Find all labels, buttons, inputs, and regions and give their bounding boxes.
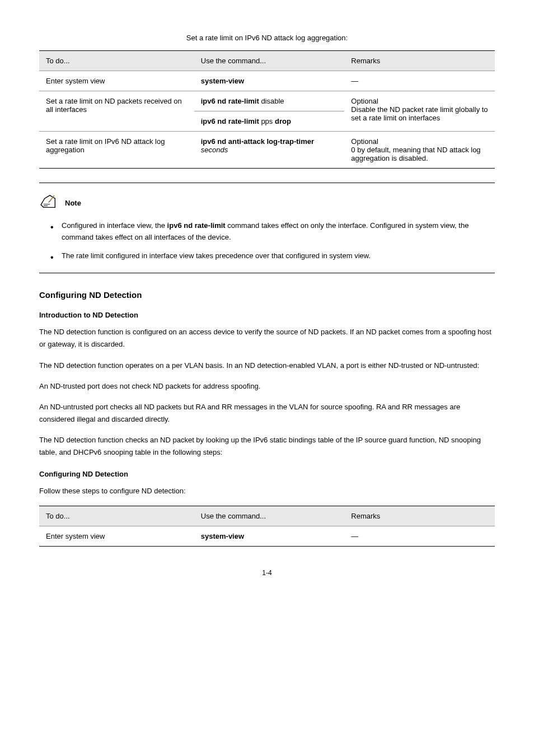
- body-text: An ND-trusted port does not check ND pac…: [39, 380, 495, 393]
- table-row: Set a rate limit on ND packets received …: [39, 91, 495, 111]
- body-text: The ND detection function operates on a …: [39, 360, 495, 372]
- cell: —: [344, 526, 495, 547]
- list-item: Configured in interface view, the ipv6 n…: [50, 220, 495, 244]
- note-icon: [39, 194, 60, 212]
- body-text: An ND-untrusted port checks all ND packe…: [39, 401, 495, 426]
- note-header: Note: [39, 194, 495, 212]
- table-row: Enter system view system-view —: [39, 526, 495, 547]
- cell: Set a rate limit on ND packets received …: [39, 91, 194, 132]
- table1-caption: Set a rate limit on IPv6 ND attack log a…: [39, 34, 495, 42]
- sub-heading: Configuring ND Detection: [39, 470, 495, 478]
- table2-header-2: Use the command...: [194, 506, 345, 526]
- cell: ipv6 nd rate-limit pps drop: [194, 111, 345, 132]
- body-text: The ND detection function checks an ND p…: [39, 434, 495, 459]
- table1-header-1: To do...: [39, 51, 194, 71]
- cell: Optional 0 by default, meaning that ND a…: [344, 132, 495, 169]
- cell: Optional Disable the ND packet rate limi…: [344, 91, 495, 132]
- table1: To do... Use the command... Remarks Ente…: [39, 50, 495, 169]
- cell: ipv6 nd rate-limit disable: [194, 91, 345, 111]
- divider: [39, 183, 495, 183]
- cell: system-view: [194, 71, 345, 91]
- cell: system-view: [194, 526, 345, 547]
- cell: Enter system view: [39, 71, 194, 91]
- table-row: Enter system view system-view —: [39, 71, 495, 91]
- note-bullets: Configured in interface view, the ipv6 n…: [39, 220, 495, 262]
- cell: Set a rate limit on IPv6 ND attack log a…: [39, 132, 194, 169]
- note-label: Note: [65, 199, 81, 207]
- table2-header-3: Remarks: [344, 506, 495, 526]
- section-heading: Configuring ND Detection: [39, 290, 495, 300]
- note-section: Note Configured in interface view, the i…: [39, 194, 495, 262]
- cell: ipv6 nd anti-attack log-trap-timer secon…: [194, 132, 345, 169]
- page-number: 1-4: [39, 569, 495, 577]
- cell: Enter system view: [39, 526, 194, 547]
- cell: —: [344, 71, 495, 91]
- table2-header-1: To do...: [39, 506, 194, 526]
- table-row: Set a rate limit on IPv6 ND attack log a…: [39, 132, 495, 169]
- table1-header-3: Remarks: [344, 51, 495, 71]
- table1-header-2: Use the command...: [194, 51, 345, 71]
- divider: [39, 273, 495, 273]
- sub-heading: Introduction to ND Detection: [39, 311, 495, 319]
- body-text: Follow these steps to configure ND detec…: [39, 485, 495, 497]
- list-item: The rate limit configured in interface v…: [50, 250, 495, 262]
- body-text: The ND detection function is configured …: [39, 326, 495, 351]
- table2: To do... Use the command... Remarks Ente…: [39, 506, 495, 547]
